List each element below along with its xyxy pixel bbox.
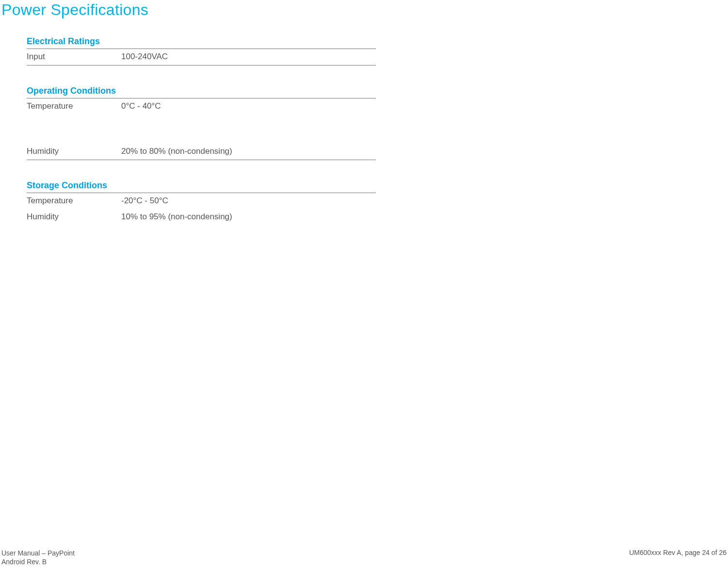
table-row: Humidity 20% to 80% (non-condensing) (27, 144, 376, 160)
table-row: Input 100-240VAC (27, 49, 376, 65)
spec-value: -20°C - 50°C (121, 193, 376, 210)
section-title-operating: Operating Conditions (27, 86, 728, 98)
footer-right: UM600xxx Rev A, page 24 of 26 (629, 549, 727, 556)
content-area: Electrical Ratings Input 100-240VAC Oper… (0, 19, 728, 225)
table-electrical: Input 100-240VAC (27, 49, 376, 65)
section-storage: Storage Conditions Temperature -20°C - 5… (27, 180, 728, 225)
section-title-storage: Storage Conditions (27, 180, 728, 193)
spec-label: Humidity (27, 209, 121, 225)
spec-value: 10% to 95% (non-condensing) (121, 209, 376, 225)
spec-value: 100-240VAC (121, 49, 376, 65)
spec-label: Input (27, 49, 121, 65)
table-row: Temperature -20°C - 50°C (27, 193, 376, 210)
section-electrical: Electrical Ratings Input 100-240VAC (27, 36, 728, 65)
section-title-electrical: Electrical Ratings (27, 36, 728, 49)
footer-left-line2: Android Rev. B (1, 557, 75, 566)
page-title: Power Specifications (0, 0, 728, 19)
footer-left: User Manual – PayPoint Android Rev. B (1, 549, 75, 566)
page-footer: User Manual – PayPoint Android Rev. B UM… (1, 549, 727, 566)
section-operating: Operating Conditions Temperature 0°C - 4… (27, 86, 728, 160)
spec-label: Temperature (27, 98, 121, 115)
spec-value: 20% to 80% (non-condensing) (121, 144, 376, 160)
footer-left-line1: User Manual – PayPoint (1, 549, 75, 557)
table-row-spacer (27, 114, 376, 144)
spec-label: Temperature (27, 193, 121, 210)
table-row: Temperature 0°C - 40°C (27, 98, 376, 115)
spec-value: 0°C - 40°C (121, 98, 376, 115)
spec-label: Humidity (27, 144, 121, 160)
table-row: Humidity 10% to 95% (non-condensing) (27, 209, 376, 225)
table-operating: Temperature 0°C - 40°C Humidity 20% to 8… (27, 98, 376, 160)
table-storage: Temperature -20°C - 50°C Humidity 10% to… (27, 193, 376, 225)
